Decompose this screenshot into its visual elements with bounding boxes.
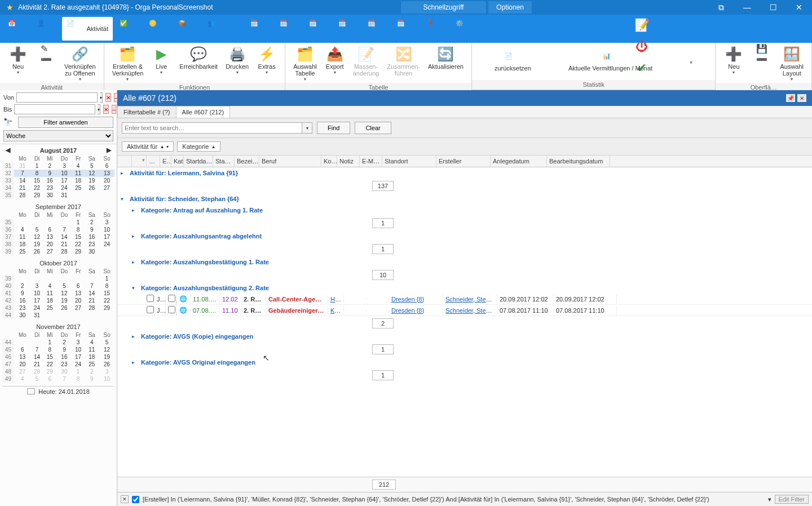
calendar-day[interactable] — [14, 275, 31, 282]
find-button[interactable]: Find — [317, 122, 350, 134]
ribbon-person-icon[interactable]: 👤 — [33, 17, 60, 41]
calendar-day[interactable]: 21 — [84, 297, 99, 304]
calendar-day[interactable]: 14 — [14, 177, 31, 184]
calendar-day[interactable]: 25 — [43, 304, 56, 312]
calendar-day[interactable]: 16 — [56, 353, 72, 361]
calendar-day[interactable]: 28 — [56, 248, 72, 255]
calendar-day[interactable]: 13 — [99, 170, 114, 177]
row-checkbox[interactable] — [147, 306, 154, 313]
calendar-day[interactable]: 14 — [56, 233, 72, 241]
row-checkbox2[interactable] — [168, 306, 175, 313]
ribbon-cal4-icon[interactable]: 🗓️ — [334, 17, 361, 41]
col-ko[interactable]: Ko… — [321, 156, 337, 167]
ribbon-box-icon[interactable]: 📦 — [174, 17, 201, 41]
filter-toggle-checkbox[interactable] — [132, 496, 139, 503]
subgroup-header[interactable]: ▸Kategorie: AVGS Original eingegangen — [117, 357, 812, 368]
col-dots[interactable]: … — [147, 156, 160, 167]
calendar-day[interactable]: 19 — [56, 297, 72, 304]
new2-button[interactable]: ➕Neu▾ — [720, 44, 747, 83]
calendar-day[interactable]: 15 — [72, 233, 85, 241]
ribbon-check-icon[interactable]: ✅ — [115, 17, 142, 41]
calendar-day[interactable]: 9 — [56, 346, 72, 353]
calendar-day[interactable]: 7 — [56, 226, 72, 233]
calendar-day[interactable]: 7 — [31, 346, 43, 353]
ribbon-gear-icon[interactable]: ⚙️ — [451, 17, 478, 41]
calendar-day[interactable]: 14 — [84, 290, 99, 297]
calendar-day[interactable]: 2 — [56, 339, 72, 346]
calendar-day[interactable]: 6 — [14, 346, 31, 353]
calendar-day[interactable] — [84, 312, 99, 319]
link-open-button[interactable]: 🔗Verknüpfen zu Offenen▾ — [61, 44, 99, 83]
calendar-day[interactable]: 16 — [14, 297, 31, 304]
col-notiz[interactable]: Notiz — [337, 156, 360, 167]
calendar-day[interactable] — [72, 312, 85, 319]
calendar-day[interactable]: 4 — [43, 282, 56, 290]
calendar-day[interactable]: 29 — [43, 368, 56, 375]
search-input[interactable] — [122, 122, 302, 134]
ribbon-cal5-icon[interactable]: 🗓️ — [363, 17, 390, 41]
calendar-day[interactable]: 22 — [43, 361, 56, 368]
calendar-day[interactable]: 17 — [72, 353, 85, 361]
calendar-day[interactable]: 3 — [72, 339, 85, 346]
calendar-day[interactable]: 2 — [84, 368, 99, 375]
options-tab[interactable]: Optionen — [488, 1, 532, 14]
live-button[interactable]: ▶Live▾ — [148, 44, 175, 83]
group-chip-aktivitaet[interactable]: Aktivität für▲▾ — [122, 141, 174, 152]
calendar-day[interactable]: 15 — [31, 177, 43, 184]
create-link-button[interactable]: 🗂️Erstellen & Verknüpfen▾ — [109, 44, 147, 83]
ribbon-note-icon[interactable]: 📝 — [633, 17, 650, 34]
calendar-day[interactable]: 6 — [99, 162, 114, 170]
calendar-day[interactable]: 8 — [72, 226, 85, 233]
calendar-day[interactable]: 8 — [72, 375, 85, 383]
calendar-day[interactable]: 11 — [43, 290, 56, 297]
calendar-day[interactable]: 24 — [56, 184, 72, 192]
calendar-day[interactable]: 21 — [56, 241, 72, 248]
calendar-day[interactable] — [43, 219, 56, 226]
calendar-day[interactable]: 16 — [84, 233, 99, 241]
export-button[interactable]: 📤Export▾ — [321, 44, 348, 83]
calendar-day[interactable]: 2 — [14, 282, 31, 290]
subgroup-header[interactable]: ▸Kategorie: Auszahlungsantrag abgelehnt — [117, 230, 812, 242]
view-close-icon[interactable]: ✕ — [797, 94, 806, 102]
calendar-day[interactable]: 1 — [99, 275, 114, 282]
col-em[interactable]: E-M… — [360, 156, 382, 167]
ribbon-cal6-icon[interactable]: 🗓️ — [392, 17, 420, 41]
col-kat[interactable]: Kat… — [171, 156, 184, 167]
calendar-day[interactable]: 27 — [99, 184, 114, 192]
filter-close-icon[interactable]: ✕ — [121, 495, 129, 503]
calendar-day[interactable]: 20 — [14, 361, 31, 368]
bis-clear2-icon[interactable]: – — [112, 105, 116, 114]
calendar-day[interactable]: 3 — [99, 219, 114, 226]
calendar-day[interactable]: 29 — [72, 248, 85, 255]
pin-icon[interactable]: 📌 — [786, 94, 795, 102]
tab-filtertable[interactable]: Filtertabelle # (?) — [117, 106, 176, 118]
calendar-day[interactable]: 10 — [56, 170, 72, 177]
calendar-day[interactable] — [99, 248, 114, 255]
calendar-day[interactable]: 17 — [56, 177, 72, 184]
calendar-day[interactable]: 9 — [84, 226, 99, 233]
calendar-day[interactable] — [56, 312, 72, 319]
calendar-day[interactable]: 19 — [31, 241, 43, 248]
calendar-day[interactable]: 2 — [84, 219, 99, 226]
calendar-day[interactable]: 7 — [14, 170, 31, 177]
calendar-day[interactable]: 2 — [43, 162, 56, 170]
calendar-prev-icon[interactable]: ◀ — [2, 147, 14, 154]
calendar-day[interactable] — [72, 275, 85, 282]
ribbon-calendar-icon[interactable]: 📅 — [3, 17, 30, 41]
calendar-day[interactable]: 5 — [99, 339, 114, 346]
calendar-day[interactable]: 1 — [72, 368, 85, 375]
calendar-day[interactable]: 15 — [43, 353, 56, 361]
calendar-day[interactable]: 27 — [43, 248, 56, 255]
ribbon-activity-selected[interactable]: 📄Aktivität — [62, 17, 113, 41]
search-dropdown-icon[interactable]: ▾ — [302, 122, 312, 134]
col-bearb[interactable]: Bearbeitungsdatum — [547, 156, 610, 167]
binoculars-icon[interactable]: 🔭 — [3, 118, 15, 127]
calendar-day[interactable]: 4 — [14, 375, 31, 383]
col-sta[interactable]: Sta… — [213, 156, 235, 167]
calendar-day[interactable]: 8 — [99, 282, 114, 290]
calendar-day[interactable]: 12 — [31, 233, 43, 241]
calendar-day[interactable]: 10 — [72, 346, 85, 353]
calendar-day[interactable]: 27 — [72, 304, 85, 312]
col-check[interactable]: ▾ — [132, 156, 147, 167]
calendar-day[interactable]: 6 — [72, 282, 85, 290]
